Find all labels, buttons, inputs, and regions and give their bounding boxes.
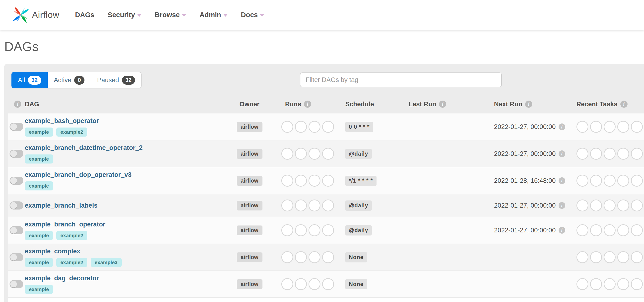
info-icon[interactable]: i — [439, 101, 446, 108]
dag-name-link[interactable]: example_branch_operator — [25, 221, 106, 228]
recent-task-status-circle[interactable] — [576, 224, 588, 236]
column-header-owner[interactable]: Owner — [240, 101, 260, 108]
dag-run-status-circle[interactable] — [308, 224, 320, 236]
recent-task-status-circle[interactable] — [631, 251, 643, 263]
dag-run-status-circle[interactable] — [295, 224, 307, 236]
info-icon[interactable]: i — [558, 150, 565, 157]
recent-task-status-circle[interactable] — [631, 121, 643, 133]
dag-tag-badge[interactable]: example — [25, 181, 53, 190]
status-tab-paused[interactable]: Paused 32 — [91, 72, 142, 88]
dag-run-status-circle[interactable] — [322, 148, 334, 160]
dag-run-status-circle[interactable] — [295, 200, 307, 211]
info-icon[interactable]: i — [558, 202, 565, 209]
schedule-badge[interactable]: None — [345, 279, 367, 289]
recent-task-status-circle[interactable] — [604, 121, 616, 133]
dag-name-link[interactable]: example_bash_operator — [25, 117, 99, 125]
recent-task-status-circle[interactable] — [631, 175, 643, 187]
schedule-badge[interactable]: 0 0 * * * — [345, 122, 373, 132]
dag-run-status-circle[interactable] — [281, 278, 293, 290]
info-icon[interactable]: i — [304, 101, 311, 108]
dag-pause-toggle[interactable] — [10, 201, 24, 210]
dag-run-status-circle[interactable] — [281, 148, 293, 160]
column-header-next-run[interactable]: Next Run — [494, 101, 522, 108]
schedule-badge[interactable]: None — [345, 252, 367, 263]
recent-task-status-circle[interactable] — [576, 121, 588, 133]
nav-item-docs[interactable]: Docs — [241, 11, 264, 19]
recent-task-status-circle[interactable] — [604, 224, 616, 236]
dag-run-status-circle[interactable] — [308, 121, 320, 133]
dag-run-status-circle[interactable] — [295, 121, 307, 133]
recent-task-status-circle[interactable] — [631, 224, 643, 236]
recent-task-status-circle[interactable] — [576, 278, 588, 290]
schedule-badge[interactable]: @daily — [345, 149, 372, 159]
dag-tag-badge[interactable]: example — [25, 231, 53, 240]
dag-pause-toggle[interactable] — [10, 226, 24, 234]
info-icon[interactable]: i — [14, 101, 21, 108]
info-icon[interactable]: i — [525, 101, 532, 108]
dag-run-status-circle[interactable] — [308, 175, 320, 187]
recent-task-status-circle[interactable] — [617, 251, 629, 263]
recent-task-status-circle[interactable] — [617, 175, 629, 187]
dag-tag-badge[interactable]: example2 — [56, 128, 87, 137]
column-header-schedule[interactable]: Schedule — [345, 101, 374, 108]
dag-run-status-circle[interactable] — [281, 251, 293, 263]
recent-task-status-circle[interactable] — [576, 200, 588, 211]
dag-run-status-circle[interactable] — [281, 200, 293, 211]
recent-task-status-circle[interactable] — [617, 224, 629, 236]
recent-task-status-circle[interactable] — [590, 148, 602, 160]
dag-tag-badge[interactable]: example2 — [56, 231, 87, 240]
dag-run-status-circle[interactable] — [281, 175, 293, 187]
dag-name-link[interactable]: example_branch_dop_operator_v3 — [25, 171, 132, 179]
recent-task-status-circle[interactable] — [576, 148, 588, 160]
schedule-badge[interactable]: @daily — [345, 201, 372, 211]
dag-tag-badge[interactable]: example — [25, 258, 53, 267]
dag-pause-toggle[interactable] — [10, 150, 24, 158]
dag-run-status-circle[interactable] — [295, 251, 307, 263]
recent-task-status-circle[interactable] — [576, 175, 588, 187]
info-icon[interactable]: i — [620, 101, 628, 108]
dag-run-status-circle[interactable] — [308, 200, 320, 211]
info-icon[interactable]: i — [558, 177, 565, 184]
dag-run-status-circle[interactable] — [322, 175, 334, 187]
dag-run-status-circle[interactable] — [295, 148, 307, 160]
recent-task-status-circle[interactable] — [604, 251, 616, 263]
dag-tag-badge[interactable]: example — [25, 285, 53, 294]
nav-item-security[interactable]: Security — [108, 11, 141, 19]
recent-task-status-circle[interactable] — [576, 251, 588, 263]
dag-tag-badge[interactable]: example — [25, 128, 53, 137]
dag-pause-toggle[interactable] — [10, 253, 24, 261]
filter-dags-by-tag-input[interactable] — [300, 72, 502, 87]
dag-name-link[interactable]: example_dag_decorator — [25, 275, 99, 282]
column-header-runs[interactable]: Runs — [285, 101, 301, 108]
dag-run-status-circle[interactable] — [322, 200, 334, 211]
dag-run-status-circle[interactable] — [322, 224, 334, 236]
schedule-badge[interactable]: @daily — [345, 225, 372, 236]
recent-task-status-circle[interactable] — [631, 278, 643, 290]
schedule-badge[interactable]: */1 * * * * — [345, 176, 376, 186]
column-header-last-run[interactable]: Last Run — [409, 101, 436, 108]
dag-name-link[interactable]: example_complex — [25, 248, 122, 255]
dag-name-link[interactable]: example_branch_labels — [25, 202, 98, 209]
recent-task-status-circle[interactable] — [617, 278, 629, 290]
dag-pause-toggle[interactable] — [10, 177, 24, 185]
status-tab-active[interactable]: Active 0 — [48, 72, 91, 88]
dag-run-status-circle[interactable] — [308, 148, 320, 160]
dag-name-link[interactable]: example_branch_datetime_operator_2 — [25, 144, 143, 152]
nav-item-browse[interactable]: Browse — [155, 11, 186, 19]
dag-pause-toggle[interactable] — [10, 123, 24, 131]
dag-tag-badge[interactable]: example3 — [91, 258, 122, 267]
recent-task-status-circle[interactable] — [604, 278, 616, 290]
recent-task-status-circle[interactable] — [604, 200, 616, 211]
recent-task-status-circle[interactable] — [590, 251, 602, 263]
recent-task-status-circle[interactable] — [590, 224, 602, 236]
nav-item-admin[interactable]: Admin — [200, 11, 228, 19]
status-tab-all[interactable]: All 32 — [12, 72, 48, 88]
dag-tag-badge[interactable]: example — [25, 154, 53, 164]
dag-run-status-circle[interactable] — [308, 251, 320, 263]
dag-run-status-circle[interactable] — [295, 175, 307, 187]
recent-task-status-circle[interactable] — [590, 278, 602, 290]
recent-task-status-circle[interactable] — [590, 200, 602, 211]
column-header-recent-tasks[interactable]: Recent Tasks — [576, 101, 618, 108]
dag-run-status-circle[interactable] — [295, 278, 307, 290]
dag-run-status-circle[interactable] — [322, 121, 334, 133]
